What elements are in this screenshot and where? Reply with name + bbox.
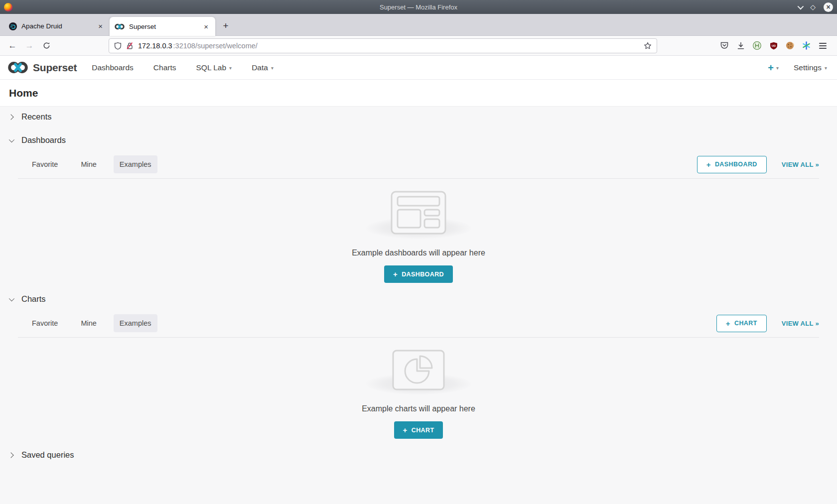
view-all-dashboards-link[interactable]: VIEW ALL » xyxy=(782,161,819,168)
firefox-window: Superset — Mozilla Firefox ◇ × Apache Dr… xyxy=(0,0,837,504)
chevron-down-icon xyxy=(9,136,14,142)
tab-examples[interactable]: Examples xyxy=(114,314,157,332)
tracking-shield-icon[interactable] xyxy=(114,42,122,50)
firefox-icon xyxy=(4,3,12,11)
section-label: Saved queries xyxy=(21,450,74,460)
ublock-origin-icon[interactable]: UO xyxy=(765,38,782,53)
tab-favorite[interactable]: Favorite xyxy=(26,155,64,173)
superset-favicon-icon xyxy=(115,23,125,30)
forward-icon[interactable]: → xyxy=(21,38,38,53)
nav-item-data[interactable]: Data▾ xyxy=(242,56,283,79)
settings-dropdown[interactable]: Settings ▾ xyxy=(794,63,827,72)
tab-strip: Apache Druid × Superset × + xyxy=(0,14,837,36)
greasemonkey-extension-icon[interactable] xyxy=(749,38,765,53)
dashboards-empty-state: Example dashboards will appear here + DA… xyxy=(0,179,837,286)
section-label: Charts xyxy=(21,294,46,304)
new-dashboard-button-primary[interactable]: + DASHBOARD xyxy=(384,265,453,283)
caret-down-icon: ▾ xyxy=(229,65,232,71)
charts-submenu: Favorite Mine Examples + CHART VIEW ALL … xyxy=(18,309,819,338)
tab-mine[interactable]: Mine xyxy=(75,314,102,332)
plus-icon: + xyxy=(726,320,730,327)
view-all-charts-link[interactable]: VIEW ALL » xyxy=(782,320,819,327)
dashboards-submenu: Favorite Mine Examples + DASHBOARD VIEW … xyxy=(18,150,819,179)
superset-navbar: Superset Dashboards Charts SQL Lab▾ Data… xyxy=(0,56,837,80)
reload-icon[interactable] xyxy=(38,38,55,53)
downloads-icon[interactable] xyxy=(732,38,749,53)
tab-close-icon[interactable]: × xyxy=(96,21,105,31)
tab-superset[interactable]: Superset × xyxy=(110,17,215,36)
plus-icon: + xyxy=(706,161,711,168)
asterisk-extension-icon[interactable] xyxy=(798,38,815,53)
tab-close-icon[interactable]: × xyxy=(202,21,210,32)
url-host: 172.18.0.3 xyxy=(138,42,172,50)
chevron-down-icon xyxy=(9,295,14,301)
tab-examples[interactable]: Examples xyxy=(114,155,157,173)
section-label: Recents xyxy=(21,112,52,122)
menu-hamburger-icon[interactable] xyxy=(815,38,831,53)
page-title: Home xyxy=(9,87,828,99)
svg-text:UO: UO xyxy=(771,44,775,47)
superset-infinity-icon xyxy=(7,61,29,74)
new-item-dropdown[interactable]: + ▾ xyxy=(768,63,779,73)
nav-item-dashboards[interactable]: Dashboards xyxy=(82,56,143,79)
section-label: Dashboards xyxy=(21,135,66,145)
empty-state-text: Example dashboards will appear here xyxy=(352,249,485,257)
tab-apache-druid[interactable]: Apache Druid × xyxy=(4,17,110,35)
plus-icon: + xyxy=(768,63,774,73)
plus-icon: + xyxy=(393,270,398,278)
caret-down-icon: ▾ xyxy=(271,65,274,71)
empty-chart-icon xyxy=(392,350,445,390)
brand-name: Superset xyxy=(33,62,77,74)
tab-mine[interactable]: Mine xyxy=(75,155,102,173)
section-saved-queries[interactable]: Saved queries xyxy=(0,445,837,465)
minimize-icon[interactable] xyxy=(798,3,804,9)
welcome-page: Home Recents Dashboards Favorite Mine Ex… xyxy=(0,80,837,504)
druid-favicon-icon xyxy=(9,22,17,30)
chevron-right-icon xyxy=(8,452,13,458)
nav-item-charts[interactable]: Charts xyxy=(143,56,186,79)
insecure-lock-icon[interactable] xyxy=(126,42,134,50)
empty-dashboard-icon xyxy=(391,191,446,235)
new-chart-button[interactable]: + CHART xyxy=(716,315,767,332)
section-dashboards[interactable]: Dashboards xyxy=(0,130,837,150)
browser-toolbar: ← → 172.18.0.3:32108/superset/welcome/ xyxy=(0,36,837,56)
empty-state-text: Example charts will appear here xyxy=(362,404,475,413)
nav-item-sql-lab[interactable]: SQL Lab▾ xyxy=(186,56,242,79)
new-tab-button[interactable]: + xyxy=(218,18,233,33)
superset-logo[interactable]: Superset xyxy=(7,61,77,74)
plus-icon: + xyxy=(403,426,408,434)
cookie-extension-icon[interactable] xyxy=(782,38,798,53)
url-path: :32108/superset/welcome/ xyxy=(173,42,258,50)
maximize-icon[interactable]: ◇ xyxy=(810,3,816,10)
new-dashboard-button[interactable]: + DASHBOARD xyxy=(697,156,767,173)
bookmark-star-icon[interactable] xyxy=(644,42,652,50)
back-icon[interactable]: ← xyxy=(4,38,21,53)
address-bar[interactable]: 172.18.0.3:32108/superset/welcome/ xyxy=(109,38,657,53)
tab-favorite[interactable]: Favorite xyxy=(26,314,64,332)
charts-empty-state: Example charts will appear here + CHART xyxy=(0,338,837,442)
caret-down-icon: ▾ xyxy=(825,65,827,71)
caret-down-icon: ▾ xyxy=(776,65,779,71)
tab-title: Apache Druid xyxy=(21,22,92,30)
new-chart-button-primary[interactable]: + CHART xyxy=(394,421,443,439)
pocket-icon[interactable] xyxy=(716,38,732,53)
window-title: Superset — Mozilla Firefox xyxy=(0,3,837,11)
section-recents[interactable]: Recents xyxy=(0,107,837,127)
tab-title: Superset xyxy=(129,23,197,30)
chevron-right-icon xyxy=(8,114,13,120)
page-title-block: Home xyxy=(0,80,837,107)
os-titlebar: Superset — Mozilla Firefox ◇ × xyxy=(0,0,837,14)
section-charts[interactable]: Charts xyxy=(0,289,837,309)
close-icon[interactable]: × xyxy=(824,2,833,12)
